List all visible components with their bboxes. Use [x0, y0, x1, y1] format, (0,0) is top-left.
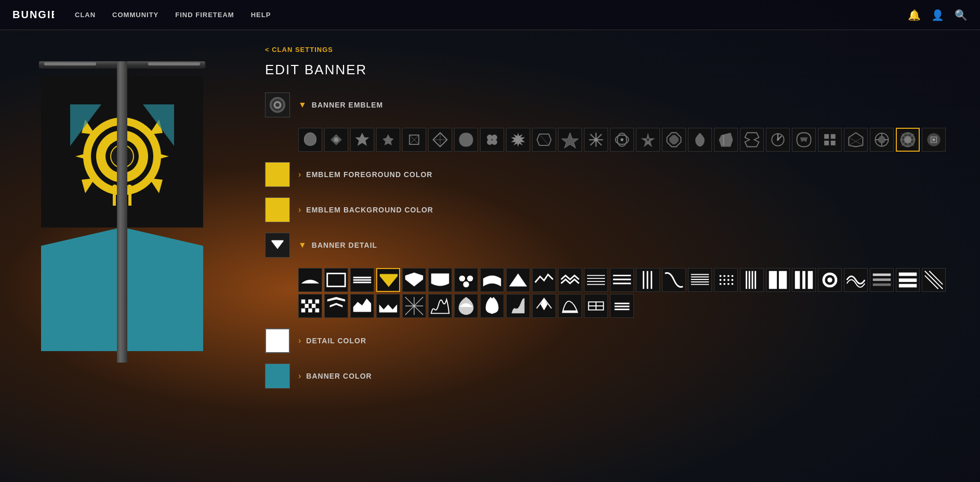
detail-cell-33[interactable]: [506, 294, 530, 318]
svg-point-92: [732, 283, 734, 285]
detail-cell-27[interactable]: [350, 294, 374, 318]
emblem-cell-15[interactable]: [688, 128, 712, 152]
svg-point-84: [732, 275, 734, 277]
detail-cell-21[interactable]: [844, 268, 868, 292]
detail-cell-29[interactable]: [402, 294, 426, 318]
detail-cell-15[interactable]: [688, 268, 712, 292]
detail-cell-37[interactable]: [610, 294, 634, 318]
detail-cell-4[interactable]: [402, 268, 426, 292]
emblem-cell-13[interactable]: [636, 128, 660, 152]
emblem-preview-swatch: [265, 92, 290, 117]
emblem-cell-18[interactable]: [766, 128, 790, 152]
emblem-cell-8[interactable]: [506, 128, 530, 152]
detail-cell-10[interactable]: [558, 268, 582, 292]
detail-cell-32[interactable]: [480, 294, 504, 318]
detail-cell-11[interactable]: [584, 268, 608, 292]
detail-cell-19[interactable]: [792, 268, 816, 292]
detail-cell-36[interactable]: [584, 294, 608, 318]
emblem-cell-1[interactable]: [324, 128, 348, 152]
detail-cell-1[interactable]: [324, 268, 348, 292]
emblem-cell-9[interactable]: [532, 128, 556, 152]
emblem-cell-5[interactable]: [428, 128, 452, 152]
emblem-cell-2[interactable]: [350, 128, 374, 152]
svg-rect-17: [128, 185, 131, 206]
banner-color-toggle[interactable]: › Banner Color: [298, 371, 372, 381]
emblem-cell-0[interactable]: [298, 128, 322, 152]
profile-icon[interactable]: 👤: [931, 9, 944, 21]
nav-help[interactable]: HELP: [251, 11, 271, 19]
emblem-cell-14[interactable]: [662, 128, 686, 152]
svg-marker-8: [75, 152, 91, 160]
detail-cell-6[interactable]: [454, 268, 478, 292]
detail-cell-25[interactable]: [298, 294, 322, 318]
emblem-cell-6[interactable]: [454, 128, 478, 152]
detail-cell-26[interactable]: [324, 294, 348, 318]
svg-rect-96: [802, 271, 805, 289]
emblem-cell-22[interactable]: [870, 128, 894, 152]
svg-rect-115: [301, 309, 306, 313]
emblem-cell-23[interactable]: [896, 128, 920, 152]
detail-cell-34[interactable]: [532, 294, 556, 318]
detail-cell-20[interactable]: [818, 268, 842, 292]
emblem-cell-24[interactable]: [922, 128, 946, 152]
detail-cell-7[interactable]: [480, 268, 504, 292]
detail-cell-12[interactable]: [610, 268, 634, 292]
nav-clan[interactable]: CLAN: [75, 11, 96, 19]
emblem-cell-10[interactable]: [558, 128, 582, 152]
svg-rect-97: [808, 271, 813, 289]
detail-cell-3[interactable]: [376, 268, 400, 292]
detail-cell-16[interactable]: [714, 268, 738, 292]
banner-emblem-toggle[interactable]: ▼ Banner Emblem: [298, 100, 383, 110]
svg-point-86: [723, 279, 725, 281]
svg-rect-56: [327, 274, 345, 287]
emblem-background-label: Emblem Background Color: [306, 206, 433, 214]
detail-cell-22[interactable]: [870, 268, 894, 292]
emblem-cell-7[interactable]: [480, 128, 504, 152]
detail-cell-13[interactable]: [636, 268, 660, 292]
emblem-foreground-toggle[interactable]: › Emblem Foreground Color: [298, 170, 432, 179]
detail-preview-swatch: [265, 233, 290, 258]
detail-cell-5[interactable]: [428, 268, 452, 292]
logo[interactable]: BUNGIE: [12, 7, 54, 23]
back-link[interactable]: < Clan Settings: [265, 46, 959, 53]
detail-cell-24[interactable]: [922, 268, 946, 292]
banner-color-row: › Banner Color: [265, 364, 959, 389]
detail-cell-9[interactable]: [532, 268, 556, 292]
detail-cell-28[interactable]: [376, 294, 400, 318]
emblem-cell-4[interactable]: [402, 128, 426, 152]
search-icon[interactable]: 🔍: [955, 9, 968, 21]
emblem-cell-3[interactable]: [376, 128, 400, 152]
detail-cell-14[interactable]: [662, 268, 686, 292]
emblem-foreground-row: › Emblem Foreground Color: [265, 162, 959, 187]
detail-cell-17[interactable]: [740, 268, 764, 292]
svg-rect-94: [779, 271, 787, 289]
svg-rect-114: [312, 304, 316, 308]
emblem-cell-19[interactable]: [792, 128, 816, 152]
banner-detail-toggle[interactable]: ▼ Banner Detail: [298, 240, 377, 250]
emblem-background-toggle[interactable]: › Emblem Background Color: [298, 205, 433, 215]
emblem-cell-11[interactable]: [584, 128, 608, 152]
svg-rect-61: [380, 274, 398, 277]
navbar: BUNGIE CLAN COMMUNITY FIND FIRETEAM HELP…: [0, 0, 980, 30]
detail-cell-23[interactable]: [896, 268, 920, 292]
svg-rect-113: [304, 304, 309, 308]
detail-cell-18[interactable]: [766, 268, 790, 292]
detail-cell-0[interactable]: [298, 268, 322, 292]
detail-cell-2[interactable]: [350, 268, 374, 292]
nav-community[interactable]: COMMUNITY: [112, 11, 158, 19]
emblem-cell-20[interactable]: [818, 128, 842, 152]
emblem-cell-12[interactable]: [610, 128, 634, 152]
emblem-cell-17[interactable]: [740, 128, 764, 152]
nav-find-fireteam[interactable]: FIND FIRETEAM: [175, 11, 234, 19]
detail-cell-35[interactable]: [558, 294, 582, 318]
emblem-foreground-label: Emblem Foreground Color: [306, 170, 432, 179]
detail-cell-8[interactable]: [506, 268, 530, 292]
emblem-cell-16[interactable]: [714, 128, 738, 152]
detail-color-toggle[interactable]: › Detail Color: [298, 336, 366, 345]
emblem-foreground-swatch: [265, 162, 290, 187]
svg-point-91: [727, 283, 730, 285]
detail-cell-31[interactable]: [454, 294, 478, 318]
emblem-cell-21[interactable]: [844, 128, 868, 152]
notification-icon[interactable]: 🔔: [908, 9, 921, 21]
detail-cell-30[interactable]: [428, 294, 452, 318]
